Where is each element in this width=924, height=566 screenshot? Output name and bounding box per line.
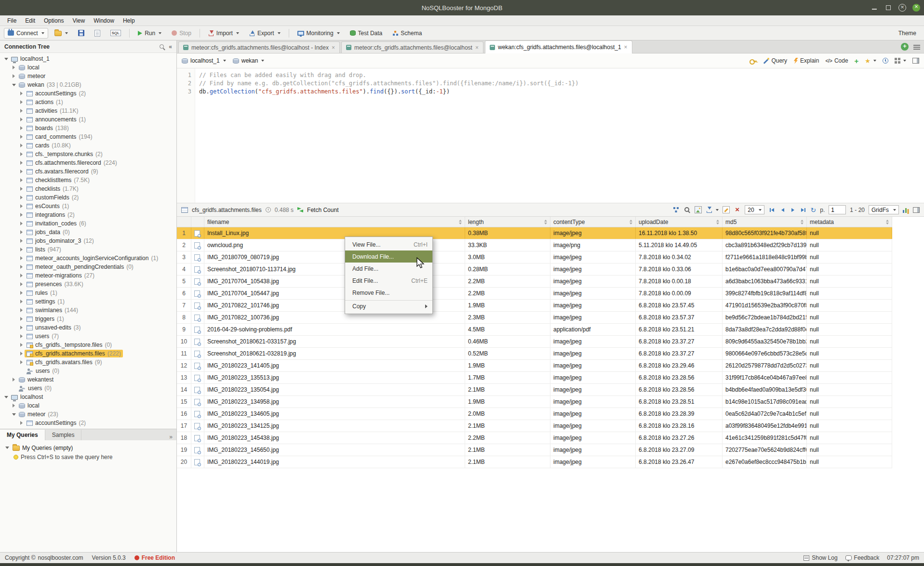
table-row[interactable]: 13 IMG_20180223_135513.jpg 1.7MB image/j… xyxy=(177,372,892,384)
tree-item[interactable]: jobs_data (0) xyxy=(0,228,176,237)
menu-item[interactable]: File xyxy=(3,16,21,25)
expand-arrow-icon[interactable] xyxy=(3,396,9,398)
view-options-button[interactable] xyxy=(895,58,906,64)
table-row[interactable]: 4 Screenshot_20180710-113714.jpg 0.28MB … xyxy=(177,263,892,276)
table-row[interactable]: 17 IMG_20180223_134125.jpg 2.1MB image/j… xyxy=(177,420,892,432)
sidebar-tab[interactable]: My Queries xyxy=(0,430,45,440)
image-preview-icon[interactable] xyxy=(695,206,702,213)
expand-arrow-icon[interactable] xyxy=(18,334,25,338)
menu-item[interactable]: View xyxy=(68,16,89,25)
expand-arrow-icon[interactable] xyxy=(18,135,25,139)
aggregate-icon[interactable] xyxy=(672,206,680,213)
table-row[interactable]: 8 IMG_20170822_100736.jpg 2.3MB image/jp… xyxy=(177,312,892,324)
expand-arrow-icon[interactable] xyxy=(18,265,25,269)
menu-item[interactable]: Edit xyxy=(21,16,40,25)
stop-button[interactable]: Stop xyxy=(168,28,195,39)
table-row[interactable]: 16 IMG_20180223_134605.jpg 2.0MB image/j… xyxy=(177,408,892,420)
expand-arrow-icon[interactable] xyxy=(18,170,25,173)
editor-tab[interactable]: meteor:cfs_gridfs.attachments.files@loca… xyxy=(341,41,483,53)
preview-icon[interactable] xyxy=(194,351,200,357)
tree-item[interactable]: presences (33.6K) xyxy=(0,280,176,289)
tab-list-icon[interactable] xyxy=(913,44,920,50)
breadcrumb[interactable]: wekan xyxy=(233,57,265,64)
preview-icon[interactable] xyxy=(194,254,200,261)
expand-arrow-icon[interactable] xyxy=(11,74,17,78)
expand-arrow-icon[interactable] xyxy=(18,352,25,355)
tree-item[interactable]: cfs.attachments.filerecord (224) xyxy=(0,158,176,167)
explain-button[interactable]: Explain xyxy=(793,57,819,64)
export-results-button[interactable] xyxy=(706,206,719,213)
save-button[interactable] xyxy=(74,28,88,38)
context-menu-item[interactable]: Edit File... Ctrl+E xyxy=(345,275,432,287)
refresh-icon[interactable] xyxy=(811,206,817,214)
tree-item[interactable]: cards (10.8K) xyxy=(0,141,176,150)
column-header-length[interactable]: length xyxy=(465,217,550,227)
preview-icon[interactable] xyxy=(194,411,200,417)
tree-item[interactable]: cfs._tempstore.chunks (2) xyxy=(0,150,176,158)
menu-item[interactable]: Window xyxy=(89,16,119,25)
tree-item[interactable]: meteor xyxy=(0,72,176,80)
tree-item[interactable]: meteor_oauth_pendingCredentials (0) xyxy=(0,263,176,271)
expand-arrow-icon[interactable] xyxy=(18,274,25,277)
context-menu-item[interactable]: Copy xyxy=(345,300,432,312)
preview-icon[interactable] xyxy=(194,266,200,273)
tree-item[interactable]: settings (1) xyxy=(0,297,176,306)
last-page-button[interactable] xyxy=(800,207,807,213)
delete-document-icon[interactable] xyxy=(734,206,741,213)
expand-arrow-icon[interactable] xyxy=(18,196,25,199)
table-row[interactable]: 14 IMG_20180223_135054.jpg 2.1MB image/j… xyxy=(177,384,892,396)
preview-icon[interactable] xyxy=(194,339,200,345)
expand-arrow-icon[interactable] xyxy=(18,282,25,286)
expand-arrow-icon[interactable] xyxy=(18,152,25,156)
expand-arrow-icon[interactable] xyxy=(18,213,25,217)
tree-item[interactable]: local xyxy=(0,63,176,72)
tree-item[interactable]: checklists (1.7K) xyxy=(0,184,176,193)
expand-arrow-icon[interactable] xyxy=(18,230,25,234)
history-icon[interactable] xyxy=(883,58,888,64)
column-header-uploadDate[interactable]: uploadDate xyxy=(636,217,723,227)
column-header-md5[interactable]: md5 xyxy=(723,217,807,227)
preview-icon[interactable] xyxy=(194,230,200,237)
key-icon[interactable] xyxy=(750,59,757,63)
table-row[interactable]: 1 Install_Linux.jpg 0.38MB image/jpeg 16… xyxy=(177,227,892,239)
schema-button[interactable]: Schema xyxy=(388,28,426,39)
feedback-button[interactable]: Feedback xyxy=(845,554,880,561)
tree-item[interactable]: unsaved-edits (3) xyxy=(0,323,176,332)
toggle-panel-icon[interactable] xyxy=(912,58,919,64)
context-menu-item[interactable]: View File... Ctrl+I xyxy=(345,238,432,250)
tree-item[interactable]: swimlanes (144) xyxy=(0,306,176,315)
table-row[interactable]: 3 IMG_20180709_080719.jpg 3.0MB image/jp… xyxy=(177,251,892,263)
sql-query-button[interactable]: SQL xyxy=(107,28,125,38)
tree-item[interactable]: rules (1) xyxy=(0,289,176,297)
window-maximize-button[interactable] xyxy=(884,4,892,12)
expand-arrow-icon[interactable] xyxy=(11,378,17,382)
tree-item[interactable]: users (0) xyxy=(0,384,176,393)
collapse-sidebar-icon[interactable]: « xyxy=(169,43,172,50)
test-data-button[interactable]: Test Data xyxy=(346,28,387,39)
expand-arrow-icon[interactable] xyxy=(18,317,25,321)
expand-arrow-icon[interactable] xyxy=(18,161,25,165)
expand-arrow-icon[interactable] xyxy=(18,300,25,303)
table-row[interactable]: 15 IMG_20180223_134958.jpg 1.9MB image/j… xyxy=(177,396,892,408)
tree-item[interactable]: meteor-migrations (27) xyxy=(0,271,176,280)
tree-item[interactable]: card_comments (194) xyxy=(0,132,176,141)
tree-item[interactable]: local xyxy=(0,401,176,410)
expand-arrow-icon[interactable] xyxy=(18,187,25,191)
tree-item[interactable]: accountSettings (2) xyxy=(0,89,176,98)
tree-item[interactable]: localhost xyxy=(0,393,176,401)
column-header-metadata[interactable]: metadata xyxy=(807,217,892,227)
tree-item[interactable]: meteor (23) xyxy=(0,410,176,419)
tree-item[interactable]: wekantest xyxy=(0,375,176,384)
preview-icon[interactable] xyxy=(194,315,200,321)
preview-icon[interactable] xyxy=(194,447,200,453)
table-row[interactable]: 20 IMG_20180223_144019.jpg 2.1MB image/j… xyxy=(177,456,892,468)
tree-item[interactable]: announcements (1) xyxy=(0,115,176,124)
expand-arrow-icon[interactable] xyxy=(11,404,17,408)
page-number-input[interactable] xyxy=(829,205,846,214)
expand-arrow-icon[interactable] xyxy=(18,109,25,113)
expand-arrow-icon[interactable] xyxy=(18,256,25,260)
chart-icon[interactable] xyxy=(903,207,909,213)
code-editor[interactable]: 123 // Files can be added easily with dr… xyxy=(177,68,924,203)
expand-arrow-icon[interactable] xyxy=(18,144,25,147)
expand-arrow-icon[interactable] xyxy=(18,421,25,425)
